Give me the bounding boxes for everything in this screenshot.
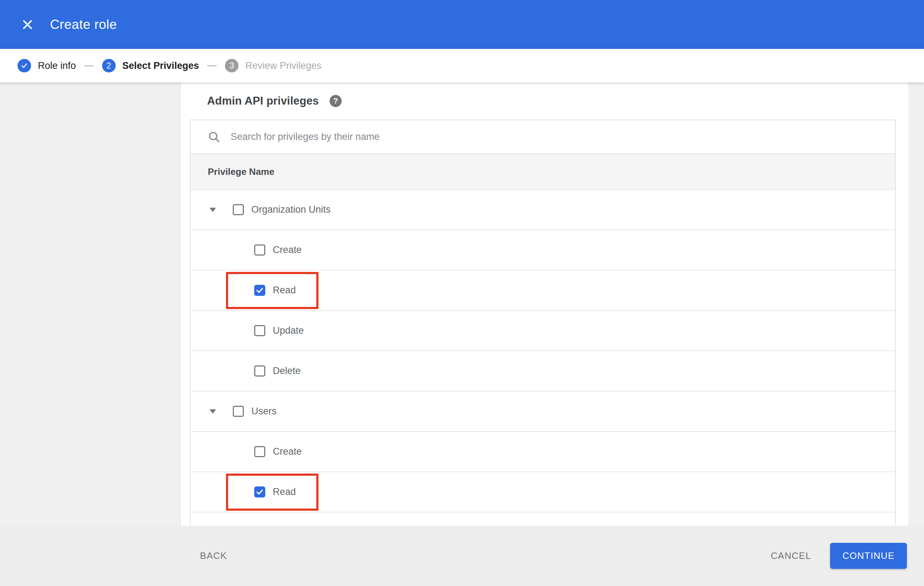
partial-row — [191, 512, 895, 525]
privilege-row: Create — [191, 431, 895, 471]
step-complete-check-icon — [18, 59, 31, 72]
privilege-checkbox[interactable] — [254, 325, 265, 336]
privilege-checkbox[interactable] — [233, 204, 244, 215]
app-bar: Create role — [0, 0, 924, 49]
step-label: Review Privileges — [245, 60, 321, 71]
step-role-info[interactable]: Role info — [18, 59, 76, 72]
privilege-group-row: Organization Units — [191, 189, 895, 229]
column-header-privilege-name: Privilege Name — [208, 166, 274, 177]
privilege-rows: Organization UnitsCreateReadUpdateDelete… — [191, 189, 895, 512]
table-header: Privilege Name — [191, 153, 895, 189]
back-button[interactable]: BACK — [200, 550, 227, 561]
expand-arrow-icon[interactable] — [210, 409, 216, 414]
privilege-row: Read — [191, 471, 895, 512]
privileges-table: Privilege Name Organization UnitsCreateR… — [190, 120, 896, 525]
privilege-label: Create — [273, 446, 302, 457]
step-connector — [207, 65, 217, 66]
search-row — [191, 120, 895, 153]
section-head: Admin API privileges ? — [181, 82, 908, 120]
privilege-label: Update — [273, 325, 304, 336]
step-label: Role info — [38, 60, 76, 71]
left-panel — [0, 82, 181, 526]
page-body: Admin API privileges ? Privilege Name Or… — [0, 82, 924, 526]
privilege-label: Read — [273, 285, 296, 296]
highlight-box — [226, 272, 318, 309]
privilege-row: Delete — [191, 351, 895, 391]
privilege-checkbox[interactable] — [254, 365, 265, 377]
highlight-box — [226, 474, 318, 511]
step-label: Select Privileges — [122, 60, 199, 71]
footer-actions: CANCEL CONTINUE — [771, 543, 907, 569]
privilege-label: Organization Units — [251, 204, 331, 215]
continue-button[interactable]: CONTINUE — [830, 543, 907, 569]
step-number: 2 — [102, 59, 116, 72]
privilege-label: Users — [251, 406, 277, 417]
section-title: Admin API privileges — [207, 95, 319, 107]
privilege-checkbox[interactable] — [254, 244, 265, 255]
privilege-label: Create — [273, 244, 302, 255]
privilege-label: Delete — [273, 365, 300, 377]
step-number: 3 — [225, 59, 239, 72]
cancel-button[interactable]: CANCEL — [771, 550, 811, 561]
right-panel — [908, 82, 924, 526]
privilege-row: Read — [191, 270, 895, 310]
privilege-checkbox-checked[interactable] — [254, 285, 265, 296]
search-input[interactable] — [231, 131, 624, 142]
step-review-privileges[interactable]: 3 Review Privileges — [225, 59, 321, 72]
privilege-row: Create — [191, 229, 895, 270]
privilege-checkbox[interactable] — [233, 406, 244, 417]
wizard-stepper: Role info 2 Select Privileges 3 Review P… — [0, 49, 924, 82]
search-icon — [208, 130, 221, 143]
page-title: Create role — [50, 17, 117, 32]
privilege-label: Read — [273, 486, 296, 497]
expand-arrow-icon[interactable] — [210, 208, 216, 212]
privileges-card: Admin API privileges ? Privilege Name Or… — [181, 82, 908, 526]
privilege-group-row: Users — [191, 391, 895, 431]
privilege-row: Update — [191, 310, 895, 351]
step-connector — [84, 65, 94, 66]
help-icon[interactable]: ? — [330, 95, 342, 107]
step-select-privileges[interactable]: 2 Select Privileges — [102, 59, 199, 72]
privilege-checkbox[interactable] — [254, 446, 265, 457]
close-icon[interactable] — [16, 13, 39, 36]
privilege-checkbox-checked[interactable] — [254, 486, 265, 497]
footer-bar: BACK CANCEL CONTINUE — [0, 526, 924, 586]
